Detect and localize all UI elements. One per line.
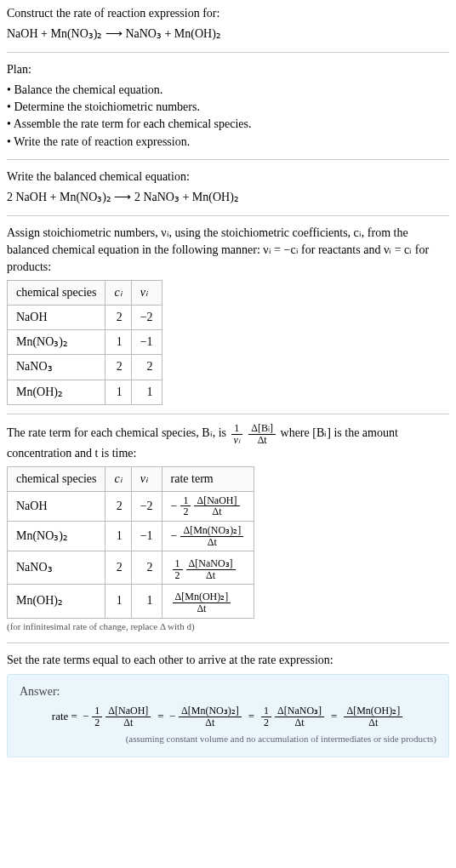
fraction-numerator: Δ[Bᵢ] — [248, 423, 276, 435]
delta-fraction: Δ[NaNO₃] Δt — [273, 705, 326, 728]
sign: − — [171, 528, 178, 545]
delta-fraction: Δ[NaOH] Δt — [104, 705, 152, 728]
fraction-denominator: 2 — [92, 717, 102, 728]
table-row: Mn(NO₃)₂ 1 −1 — [8, 330, 162, 355]
one-over-nu-fraction: 1 νᵢ — [230, 423, 244, 445]
table-row: Mn(OH)₂ 1 1 — [8, 380, 162, 404]
col-rate: rate term — [162, 466, 254, 491]
cell-v: −2 — [131, 491, 162, 521]
assign-text: Assign stoichiometric numbers, νᵢ, using… — [7, 225, 449, 277]
plan-item-text: Balance the chemical equation. — [14, 83, 162, 96]
delta-fraction: Δ[Mn(OH)₂] Δt — [171, 591, 233, 614]
balanced-equation: 2 NaOH + Mn(NO₃)₂ ⟶ 2 NaNO₃ + Mn(OH)₂ — [7, 189, 449, 206]
table-row: NaNO₃ 2 2 — [8, 355, 162, 380]
cell-c: 2 — [105, 355, 131, 380]
fraction-denominator: Δt — [186, 570, 236, 581]
divider — [7, 414, 449, 414]
answer-expression: rate = − 1 2 Δ[NaOH] Δt = − Δ[Mn(NO₃)₂] … — [20, 705, 436, 728]
fraction-numerator: Δ[NaNO₃] — [186, 558, 236, 570]
cell-c: 2 — [105, 305, 131, 329]
cell-species: NaNO₃ — [8, 355, 105, 380]
rateterm-text-a: The rate term for each chemical species,… — [7, 426, 230, 439]
fraction-numerator: Δ[Mn(OH)₂] — [344, 705, 402, 717]
cell-species: NaOH — [8, 305, 105, 329]
cell-c: 1 — [105, 522, 131, 551]
delta-fraction: Δ[Mn(OH)₂] Δt — [342, 705, 404, 728]
cell-c: 1 — [105, 380, 131, 404]
fraction-denominator: 2 — [261, 717, 271, 728]
answer-term: 1 2 Δ[NaNO₃] Δt — [259, 705, 326, 728]
cell-v: 2 — [131, 551, 162, 585]
fraction-numerator: Δ[NaOH] — [105, 705, 151, 717]
stoich-table: chemical species cᵢ νᵢ NaOH 2 −2 Mn(NO₃)… — [7, 280, 162, 405]
col-species: chemical species — [8, 280, 105, 305]
fraction-denominator: Δt — [173, 603, 231, 614]
answer-term: Δ[Mn(OH)₂] Δt — [342, 705, 404, 728]
delta-fraction: Δ[Mn(NO₃)₂] Δt — [179, 525, 245, 547]
table-row: NaNO₃ 2 2 1 2 Δ[NaNO₃] Δt — [8, 551, 254, 585]
col-c: cᵢ — [105, 280, 131, 305]
delta-fraction: Δ[NaNO₃] Δt — [185, 558, 237, 580]
divider — [7, 159, 449, 160]
equals: = — [331, 709, 337, 725]
equals: = — [248, 709, 254, 725]
table-row: NaOH 2 −2 − 1 2 Δ[NaOH] Δt — [8, 491, 254, 521]
fraction-denominator: Δt — [105, 717, 151, 728]
fraction-denominator: Δt — [248, 435, 276, 446]
table-row: Mn(OH)₂ 1 1 Δ[Mn(OH)₂] Δt — [8, 585, 254, 618]
cell-v: −2 — [131, 305, 162, 329]
fraction-denominator: νᵢ — [231, 435, 242, 446]
coef-fraction: 1 2 — [179, 495, 192, 517]
fraction-denominator: Δt — [275, 717, 324, 728]
rateterm-footnote: (for infinitesimal rate of change, repla… — [7, 620, 449, 634]
cell-species: Mn(NO₃)₂ — [8, 522, 105, 551]
cell-rate: − Δ[Mn(NO₃)₂] Δt — [162, 522, 254, 551]
table-row: Mn(NO₃)₂ 1 −1 − Δ[Mn(NO₃)₂] Δt — [8, 522, 254, 551]
fraction-denominator: 2 — [180, 506, 191, 517]
delta-b-fraction: Δ[Bᵢ] Δt — [247, 423, 277, 445]
answer-box: Answer: rate = − 1 2 Δ[NaOH] Δt = − Δ[Mn… — [7, 674, 449, 757]
cell-v: 2 — [131, 355, 162, 380]
cell-rate: Δ[Mn(OH)₂] Δt — [162, 585, 254, 618]
plan-list: • Balance the chemical equation. • Deter… — [7, 82, 449, 151]
sign: − — [171, 498, 178, 515]
plan-item: • Balance the chemical equation. — [7, 82, 449, 99]
fraction-numerator: 1 — [180, 495, 191, 507]
answer-assumption: (assuming constant volume and no accumul… — [20, 733, 436, 746]
balanced-heading: Write the balanced chemical equation: — [7, 168, 449, 186]
cell-c: 1 — [105, 330, 131, 355]
fraction-numerator: Δ[NaNO₃] — [275, 705, 324, 717]
plan-heading: Plan: — [7, 61, 449, 78]
coef-fraction: 1 2 — [171, 558, 185, 580]
fraction-numerator: Δ[Mn(NO₃)₂] — [179, 705, 242, 717]
fraction-denominator: 2 — [173, 570, 183, 581]
intro-equation: NaOH + Mn(NO₃)₂ ⟶ NaNO₃ + Mn(OH)₂ — [7, 26, 449, 43]
fraction-denominator: Δt — [344, 717, 402, 728]
rateterm-table: chemical species cᵢ νᵢ rate term NaOH 2 … — [7, 466, 254, 619]
plan-item-text: Determine the stoichiometric numbers. — [14, 100, 200, 113]
cell-v: −1 — [131, 522, 162, 551]
fraction-numerator: 1 — [92, 705, 102, 717]
fraction-denominator: Δt — [179, 717, 242, 728]
col-v: νᵢ — [131, 280, 162, 305]
intro-title: Construct the rate of reaction expressio… — [7, 5, 449, 22]
sign: − — [169, 709, 175, 725]
divider — [7, 215, 449, 216]
plan-item-text: Assemble the rate term for each chemical… — [14, 117, 252, 130]
table-header-row: chemical species cᵢ νᵢ — [8, 280, 162, 305]
cell-species: NaNO₃ — [8, 551, 105, 585]
cell-v: −1 — [131, 330, 162, 355]
fraction-numerator: Δ[Mn(OH)₂] — [173, 591, 231, 603]
cell-v: 1 — [131, 380, 162, 404]
sign: − — [83, 709, 88, 725]
fraction-numerator: 1 — [231, 423, 242, 435]
coef-fraction: 1 2 — [259, 705, 273, 728]
answer-term: − Δ[Mn(NO₃)₂] Δt — [169, 705, 243, 728]
cell-species: NaOH — [8, 491, 105, 521]
plan-item: • Assemble the rate term for each chemic… — [7, 116, 449, 133]
plan-item: • Determine the stoichiometric numbers. — [7, 99, 449, 116]
delta-fraction: Δ[Mn(NO₃)₂] Δt — [177, 705, 243, 728]
cell-species: Mn(OH)₂ — [8, 380, 105, 404]
cell-c: 2 — [105, 491, 131, 521]
cell-c: 2 — [105, 551, 131, 585]
